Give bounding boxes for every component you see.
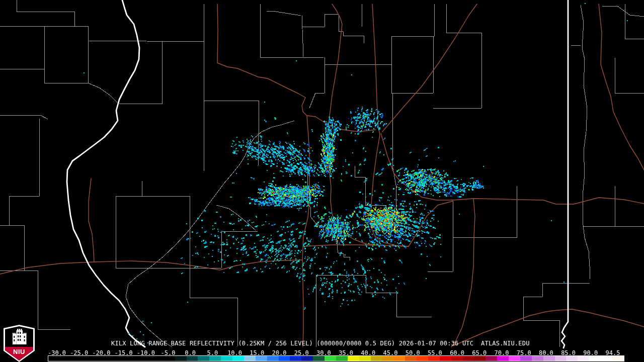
colorbar-segment: [405, 356, 417, 361]
colorbar-segment: [175, 356, 187, 361]
colorbar-segment: [198, 356, 209, 361]
colorbar-below-zero-segment: [48, 356, 175, 361]
product-title: KILX LONG RANGE BASE REFLECTIVITY (0.25K…: [111, 340, 530, 347]
colorbar-segment: [474, 356, 486, 361]
niu-shield: NIU: [5, 326, 33, 360]
colorbar-segment: [463, 356, 474, 361]
colorbar-segment: [313, 356, 325, 361]
colorbar-segment: [601, 356, 612, 361]
colorbar-segment: [532, 356, 543, 361]
colorbar-segment: [244, 356, 256, 361]
colorbar-segment: [359, 356, 371, 361]
colorbar-segment: [209, 356, 221, 361]
colorbar-segment: [336, 356, 348, 361]
colorbar-segment: [382, 356, 393, 361]
colorbar-segment: [232, 356, 244, 361]
colorbar-segment: [348, 356, 359, 361]
reflectivity-colorbar: [48, 355, 624, 361]
colorbar-segment: [451, 356, 463, 361]
niu-logo-text: NIU: [13, 348, 25, 355]
colorbar-segment: [371, 356, 382, 361]
colorbar-segment: [555, 356, 567, 361]
colorbar-segment: [187, 356, 198, 361]
radar-echo-layer: [0, 0, 644, 362]
colorbar-segment: [267, 356, 279, 361]
colorbar-segment: [221, 356, 232, 361]
colorbar-segment: [578, 356, 589, 361]
colorbar-segment: [393, 356, 405, 361]
colorbar-segment: [497, 356, 509, 361]
colorbar-segment: [440, 356, 451, 361]
castle-icon: [9, 328, 29, 345]
colorbar-segment: [612, 356, 624, 361]
niu-logo: NIU: [4, 325, 35, 362]
colorbar-segment: [486, 356, 497, 361]
colorbar-segment: [520, 356, 532, 361]
colorbar-segment: [325, 356, 336, 361]
radar-display: KILX LONG RANGE BASE REFLECTIVITY (0.25K…: [0, 0, 644, 362]
colorbar-segment: [256, 356, 267, 361]
colorbar-segment: [417, 356, 428, 361]
colorbar-segment: [566, 356, 578, 361]
colorbar-segment: [301, 356, 313, 361]
colorbar-segment: [428, 356, 440, 361]
colorbar-segment: [290, 356, 301, 361]
colorbar-segment: [543, 356, 555, 361]
colorbar-segment: [279, 356, 290, 361]
colorbar-segment: [509, 356, 520, 361]
colorbar-segment: [589, 356, 601, 361]
